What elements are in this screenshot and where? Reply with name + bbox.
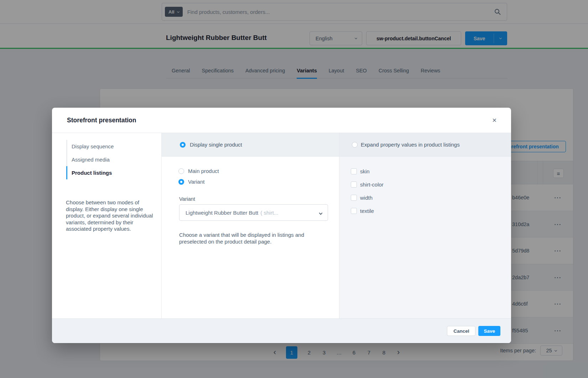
property-row-textile[interactable]: textile [339, 204, 511, 218]
screen: All Find products, customers, orders... … [0, 0, 588, 378]
nav-description: Choose between two modes of display. Eit… [66, 199, 158, 233]
single-product-column: Display single product Main product Vari… [162, 133, 339, 318]
variant-field-label: Variant [179, 196, 339, 202]
checkbox-skin[interactable] [351, 168, 357, 174]
modal-save-button[interactable]: Save [478, 326, 500, 336]
single-product-mode-row: Display single product [162, 133, 339, 157]
nav-item-product-listings[interactable]: Product listings [66, 166, 161, 179]
variant-select-hint: ( shirt... [260, 210, 278, 216]
single-product-mode-label: Display single product [190, 142, 242, 148]
storefront-presentation-modal: Storefront presentation ✕ Display sequen… [52, 108, 511, 343]
radio-display-single-product[interactable] [180, 142, 186, 148]
expand-properties-mode-label: Expand property values in product listin… [361, 142, 460, 148]
radio-main-product[interactable] [178, 168, 184, 174]
property-label: textile [360, 208, 374, 214]
radio-expand-properties[interactable] [352, 142, 358, 148]
property-label: shirt-color [360, 182, 384, 188]
modal-title: Storefront presentation [67, 117, 136, 124]
expand-properties-column: Expand property values in product listin… [339, 133, 511, 318]
property-label: width [360, 195, 373, 201]
radio-variant[interactable] [178, 179, 184, 185]
modal-nav: Display sequence Assigned media Product … [66, 140, 161, 179]
modal-header: Storefront presentation ✕ [52, 108, 511, 133]
modal-body: Display sequence Assigned media Product … [52, 133, 511, 318]
property-row-shirt-color[interactable]: shirt-color [339, 178, 511, 191]
checkbox-textile[interactable] [351, 208, 357, 214]
chevron-down-icon [319, 209, 322, 216]
variant-select[interactable]: Lightweight Rubber Butter Butt ( shirt..… [179, 204, 328, 221]
checkbox-shirt-color[interactable] [351, 182, 357, 188]
variant-select-value: Lightweight Rubber Butter Butt [186, 210, 258, 216]
expand-properties-mode-row: Expand property values in product listin… [339, 133, 511, 157]
nav-item-assigned-media[interactable]: Assigned media [66, 153, 161, 166]
close-icon[interactable]: ✕ [492, 117, 497, 124]
property-row-skin[interactable]: skin [339, 165, 511, 178]
property-label: skin [360, 168, 370, 174]
modal-sidebar: Display sequence Assigned media Product … [52, 133, 162, 318]
property-checklist: skin shirt-color width textile [339, 165, 511, 218]
main-product-label: Main product [188, 168, 219, 174]
nav-item-display-sequence[interactable]: Display sequence [66, 140, 161, 153]
property-row-width[interactable]: width [339, 191, 511, 204]
option-main-product[interactable]: Main product [162, 168, 339, 174]
modal-cancel-button[interactable]: Cancel [447, 326, 475, 336]
modal-footer: Cancel Save [52, 318, 511, 343]
variant-help-text: Choose a variant that will be displayed … [179, 231, 319, 245]
variant-option-label: Variant [188, 179, 204, 185]
checkbox-width[interactable] [351, 195, 357, 201]
option-variant[interactable]: Variant [162, 179, 339, 185]
